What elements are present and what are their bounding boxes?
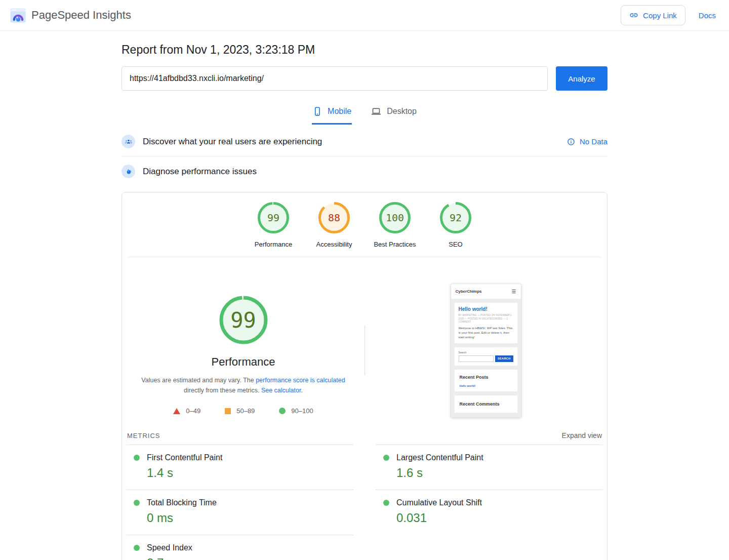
thumb-recent-posts-card: Recent Posts Hello world! (455, 370, 517, 391)
accessibility-gauge: 88 (317, 201, 351, 234)
thumb-post-body: Welcome to HBWS!. WP test Sites. This is… (459, 326, 513, 340)
device-tabs: Mobile Desktop (122, 104, 608, 125)
tab-desktop-label: Desktop (387, 107, 417, 116)
disclaimer-text: Values are estimated and may vary. The (141, 377, 256, 384)
thumb-recent-comments-heading: Recent Comments (460, 402, 512, 407)
metric-first-contentful-paint: First Contentful Paint 1.4 s (126, 445, 353, 490)
tab-desktop[interactable]: Desktop (370, 104, 417, 125)
thumb-recent-post-link: Hello world! (460, 384, 512, 387)
users-icon (122, 135, 135, 148)
copy-link-label: Copy Link (643, 11, 677, 20)
copy-link-button[interactable]: Copy Link (621, 5, 685, 25)
thumb-recent-posts-heading: Recent Posts (460, 375, 512, 380)
legend-fail: 0–49 (173, 407, 200, 415)
phone-icon (312, 106, 322, 116)
metrics-header: METRICS Expand view (127, 431, 602, 439)
thumb-post-meta: By marketing — posted on November 1, 202… (459, 314, 513, 324)
thumb-post-card: Hello world! By marketing — posted on No… (455, 303, 517, 343)
metrics-heading: METRICS (127, 432, 160, 439)
score-legend: 0–49 50–89 90–100 (173, 407, 313, 415)
legend-average: 50–89 (225, 407, 255, 415)
vertical-divider (364, 326, 365, 375)
thumb-search-label: Search (459, 351, 513, 354)
metric-total-blocking-time: Total Blocking Time 0 ms (126, 490, 353, 535)
thumb-search-button: SEARCH (495, 355, 513, 362)
tab-mobile[interactable]: Mobile (312, 104, 352, 125)
thumb-search-row: SEARCH (459, 355, 513, 362)
category-accessibility[interactable]: 88 Accessibility (304, 201, 364, 248)
metric-status-dot (134, 545, 140, 551)
app-title: PageSpeed Insights (31, 9, 131, 22)
field-data-row: Discover what your real users are experi… (122, 127, 608, 156)
header-actions: Copy Link Docs (621, 5, 716, 25)
metric-status-dot (383, 500, 389, 506)
no-data-status[interactable]: No Data (567, 137, 608, 146)
metrics-grid: First Contentful Paint 1.4 s Largest Con… (126, 445, 603, 560)
category-seo[interactable]: 92 SEO (425, 201, 486, 248)
lab-data-title: Diagnose performance issues (143, 167, 257, 177)
thumb-search-card: Search SEARCH (455, 347, 517, 366)
report-title: Report from Nov 1, 2023, 3:23:18 PM (122, 43, 608, 57)
score-calculated-link[interactable]: performance score is calculated (256, 377, 345, 384)
analyze-button[interactable]: Analyze (556, 66, 608, 91)
best-practices-gauge: 100 (378, 201, 412, 234)
best-practices-label: Best Practices (374, 241, 416, 248)
info-icon (567, 138, 575, 146)
url-row: Analyze (122, 66, 608, 91)
thumb-recent-comments-card: Recent Comments (455, 395, 517, 413)
docs-link[interactable]: Docs (699, 11, 716, 20)
metric-speed-index: Speed Index 2.7 s (126, 535, 353, 560)
score-disclaimer: Values are estimated and may vary. The p… (141, 375, 346, 395)
menu-icon: ☰ (512, 289, 516, 294)
thumb-header: CyberChimps ☰ (451, 284, 521, 299)
category-scores-row: 99 Performance 88 Accessibility (122, 192, 607, 248)
legend-circle-icon (279, 408, 286, 414)
accessibility-label: Accessibility (316, 241, 352, 248)
legend-average-range: 50–89 (236, 407, 255, 415)
performance-heading: Performance (212, 355, 275, 369)
tab-mobile-label: Mobile (328, 107, 351, 116)
link-icon (629, 11, 638, 20)
category-best-practices[interactable]: 100 Best Practices (364, 201, 425, 248)
lab-data-row: Diagnose performance issues (122, 156, 608, 186)
field-data-title: Discover what your real users are experi… (143, 137, 322, 147)
seo-gauge: 92 (439, 201, 472, 234)
thumb-post-title: Hello world! (459, 306, 513, 312)
disclaimer-period: . (301, 387, 302, 394)
url-input[interactable] (122, 66, 548, 91)
category-performance[interactable]: 99 Performance (243, 201, 304, 248)
legend-good-range: 90–100 (291, 407, 313, 415)
metric-status-dot (134, 455, 140, 461)
laptop-icon (371, 106, 382, 116)
performance-gauge: 99 (257, 201, 290, 234)
no-data-label: No Data (580, 137, 608, 146)
speedometer-icon (122, 165, 135, 178)
thumb-search-input (459, 355, 494, 362)
legend-square-icon (225, 408, 231, 414)
metric-largest-contentful-paint: Largest Contentful Paint 1.6 s (376, 445, 603, 490)
disclaimer-text-2: directly from these metrics. (184, 387, 261, 394)
app-header: PageSpeed Insights Copy Link Docs (0, 0, 729, 31)
legend-fail-range: 0–49 (186, 407, 200, 415)
gauge-column: 99 Performance Values are estimated and … (122, 257, 364, 418)
gauge-section: 99 Performance Values are estimated and … (122, 257, 607, 418)
metric-cumulative-layout-shift: Cumulative Layout Shift 0.031 (376, 490, 603, 535)
thumb-body: Hello world! By marketing — posted on No… (451, 299, 521, 418)
expand-view-button[interactable]: Expand view (562, 431, 602, 439)
big-performance-gauge: 99 (219, 296, 268, 344)
metric-status-dot (134, 500, 140, 506)
screenshot-column: CyberChimps ☰ Hello world! By marketing … (364, 257, 607, 418)
pagespeed-logo-icon (10, 8, 26, 23)
accessibility-score: 88 (317, 201, 351, 234)
metric-status-dot (383, 455, 389, 461)
performance-label: Performance (255, 241, 292, 248)
seo-label: SEO (449, 241, 462, 248)
report-card: 99 Performance 88 Accessibility (122, 192, 608, 560)
seo-score: 92 (439, 201, 472, 234)
big-performance-score: 99 (219, 296, 268, 344)
thumb-site-title: CyberChimps (456, 289, 482, 294)
legend-triangle-icon (173, 408, 180, 414)
page-screenshot-thumbnail[interactable]: CyberChimps ☰ Hello world! By marketing … (451, 284, 521, 418)
see-calculator-link[interactable]: See calculator (261, 387, 301, 394)
best-practices-score: 100 (378, 201, 412, 234)
